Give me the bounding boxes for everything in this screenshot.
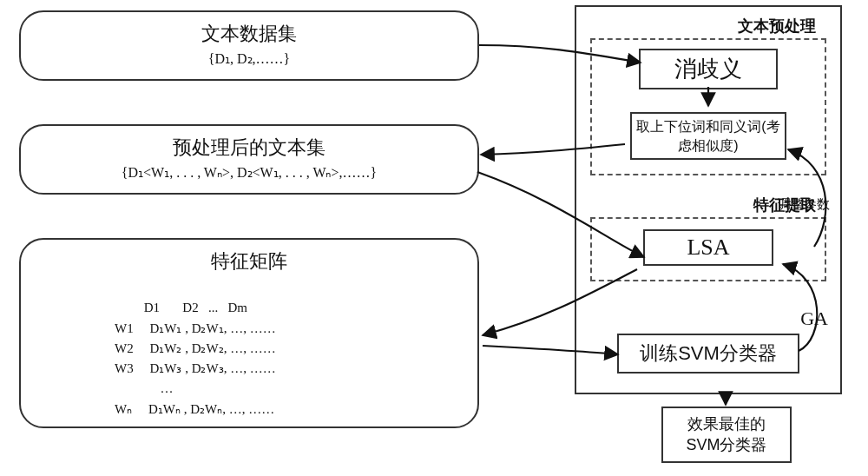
matrix-title: 特征矩阵 xyxy=(36,248,462,274)
matrix-row: … xyxy=(115,381,174,395)
preprocessed-box: 预处理后的文本集 {D₁<W₁, . . . , Wₙ>, D₂<W₁, . .… xyxy=(19,124,479,195)
ga-label: GA xyxy=(800,307,828,330)
matrix-row: W1 D₁W₁ , D₂W₁, …, …… xyxy=(115,321,276,335)
lsa-box: LSA xyxy=(643,229,773,266)
preprocess-group: 文本预处理 消歧义 取上下位词和同义词(考虑相似度) xyxy=(590,38,826,175)
matrix-row: W2 D₁W₂ , D₂W₂, …, …… xyxy=(115,341,276,355)
result-box: 效果最佳的 SVM分类器 xyxy=(661,407,792,463)
dataset-box: 文本数据集 {D₁, D₂,……} xyxy=(19,10,479,81)
dataset-subtitle: {D₁, D₂,……} xyxy=(36,50,462,67)
preprocessed-title: 预处理后的文本集 xyxy=(36,135,462,161)
feature-matrix-box: 特征矩阵 D1 D2 ... Dm W1 D₁W₁ , D₂W₁, …, …… … xyxy=(19,238,479,428)
matrix-row: W3 D₁W₃ , D₂W₃, …, …… xyxy=(115,361,276,375)
dataset-title: 文本数据集 xyxy=(36,21,462,47)
matrix-body: D1 D2 ... Dm W1 D₁W₁ , D₂W₁, …, …… W2 D₁… xyxy=(36,278,462,420)
pipeline-panel: 文本预处理 消歧义 取上下位词和同义词(考虑相似度) 特征提取 LSA 调整参数… xyxy=(575,5,842,394)
left-column: 文本数据集 {D₁, D₂,……} 预处理后的文本集 {D₁<W₁, . . .… xyxy=(19,10,479,428)
result-line2: SVM分类器 xyxy=(670,434,783,455)
disambiguation-box: 消歧义 xyxy=(639,49,778,89)
matrix-row: Wₙ D₁Wₙ , D₂Wₙ, …, …… xyxy=(115,402,274,416)
preprocessed-subtitle: {D₁<W₁, . . . , Wₙ>, D₂<W₁, . . . , Wₙ>,… xyxy=(36,164,462,181)
matrix-header: D1 D2 ... Dm xyxy=(115,301,247,314)
feature-extraction-group: 特征提取 LSA xyxy=(590,217,826,281)
preprocess-label: 文本预处理 xyxy=(736,16,818,36)
train-svm-box: 训练SVM分类器 xyxy=(617,334,799,374)
hypernym-synonym-box: 取上下位词和同义词(考虑相似度) xyxy=(630,112,786,160)
result-line1: 效果最佳的 xyxy=(670,413,783,434)
param-tuning-label: 调整参数 xyxy=(778,196,830,213)
